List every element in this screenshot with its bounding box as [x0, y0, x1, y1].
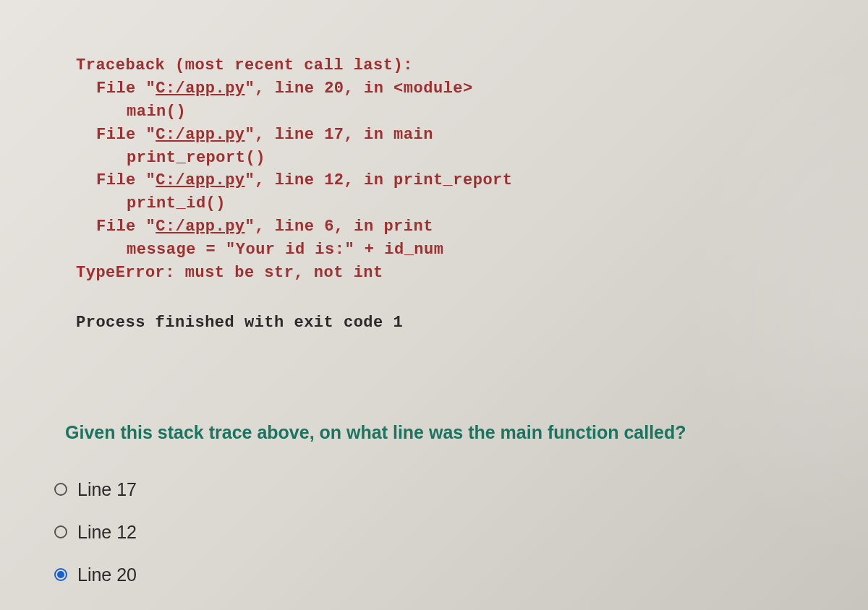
radio-icon[interactable] — [54, 525, 67, 538]
traceback-code-line: print_report() — [76, 147, 792, 170]
file-link: C:/app.py — [156, 126, 244, 144]
file-link: C:/app.py — [156, 218, 244, 236]
file-link: C:/app.py — [156, 80, 244, 98]
answer-options: Line 17 Line 12 Line 20 Line 6 — [54, 479, 792, 610]
file-link: C:/app.py — [156, 171, 244, 189]
option-line-6[interactable]: Line 6 — [54, 607, 792, 610]
radio-icon[interactable] — [54, 483, 67, 496]
process-exit-line: Process finished with exit code 1 — [76, 314, 792, 332]
traceback-header: Traceback (most recent call last): — [76, 54, 792, 77]
traceback-frame-line: File "C:/app.py", line 20, in <module> — [76, 77, 792, 100]
question-text: Given this stack trace above, on what li… — [65, 422, 792, 443]
option-label: Line 20 — [77, 564, 137, 585]
traceback-block: Traceback (most recent call last): File … — [76, 54, 792, 285]
traceback-code-line: print_id() — [76, 192, 792, 215]
traceback-code-line: message = "Your id is:" + id_num — [76, 239, 792, 262]
option-label: Line 6 — [77, 607, 127, 610]
traceback-frame-line: File "C:/app.py", line 6, in print — [76, 215, 792, 239]
traceback-frame-line: File "C:/app.py", line 17, in main — [76, 124, 792, 147]
traceback-frame-line: File "C:/app.py", line 12, in print_repo… — [76, 169, 792, 192]
option-line-20[interactable]: Line 20 — [54, 564, 792, 585]
option-line-12[interactable]: Line 12 — [54, 522, 792, 543]
traceback-error: TypeError: must be str, not int — [76, 262, 792, 285]
traceback-code-line: main() — [76, 100, 792, 124]
radio-icon[interactable] — [54, 568, 67, 581]
option-label: Line 17 — [77, 479, 137, 500]
option-line-17[interactable]: Line 17 — [54, 479, 792, 500]
option-label: Line 12 — [77, 522, 137, 543]
